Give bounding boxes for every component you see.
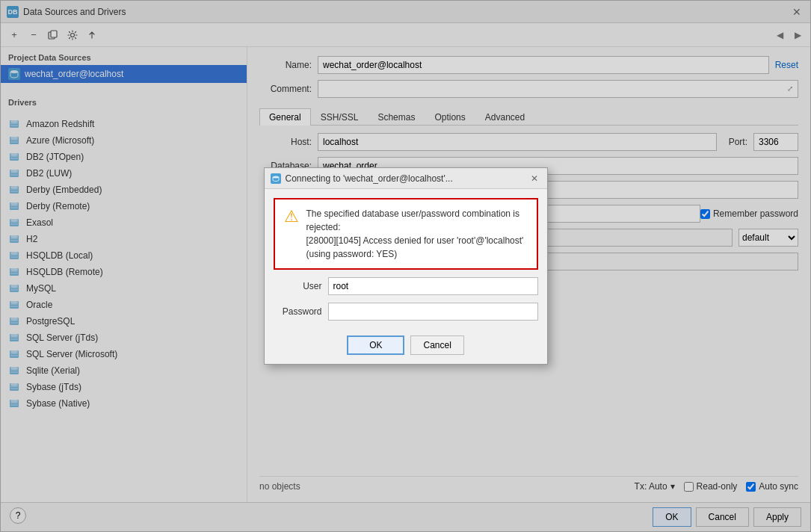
modal-user-input[interactable] (328, 277, 538, 295)
main-window: DB Data Sources and Drivers ✕ + − (0, 0, 811, 532)
modal-user-row: User (274, 277, 538, 295)
modal-body: ⚠ The specified database user/password c… (265, 189, 547, 330)
modal-title-bar: Connecting to 'wechat_order@localhost'..… (265, 168, 547, 189)
modal-overlay: Connecting to 'wechat_order@localhost'..… (1, 1, 810, 531)
modal-password-label: Password (274, 306, 322, 317)
warning-icon: ⚠ (284, 207, 299, 226)
connection-modal: Connecting to 'wechat_order@localhost'..… (264, 167, 548, 365)
modal-close-button[interactable]: ✕ (528, 172, 541, 185)
svg-point-40 (273, 176, 279, 178)
modal-cancel-button[interactable]: Cancel (410, 335, 463, 355)
modal-icon (271, 173, 281, 184)
modal-title: Connecting to 'wechat_order@localhost'..… (286, 173, 453, 184)
modal-password-row: Password (274, 303, 538, 321)
error-box: ⚠ The specified database user/password c… (274, 198, 538, 270)
modal-password-input[interactable] (328, 303, 538, 321)
modal-title-left: Connecting to 'wechat_order@localhost'..… (271, 173, 453, 184)
error-message: The specified database user/password com… (306, 207, 528, 261)
modal-footer: OK Cancel (265, 330, 547, 364)
modal-ok-button[interactable]: OK (347, 335, 404, 355)
modal-user-label: User (274, 281, 322, 291)
